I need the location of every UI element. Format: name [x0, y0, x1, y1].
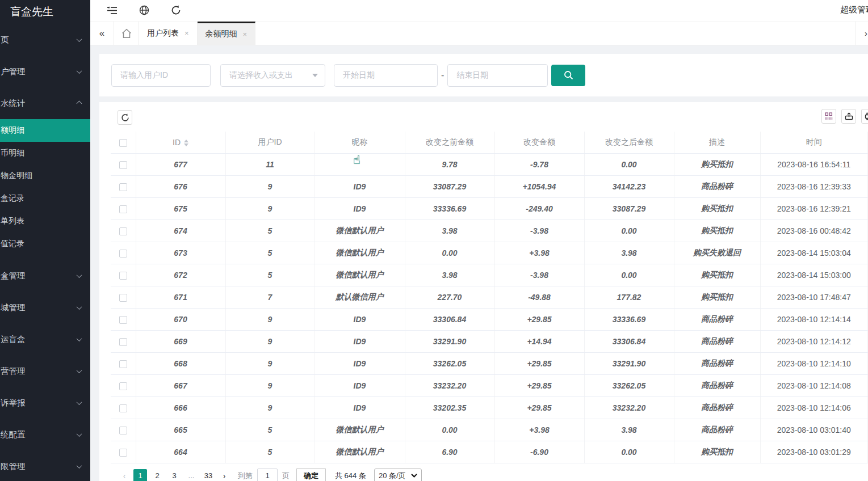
- export-button[interactable]: [841, 109, 856, 124]
- sidebar-item[interactable]: 盒管理: [0, 260, 90, 292]
- sidebar-item[interactable]: 水统计: [0, 87, 90, 119]
- sidebar-item[interactable]: 页: [0, 24, 90, 56]
- chevron-up-icon: [77, 100, 82, 106]
- date-range-separator: -: [441, 70, 444, 81]
- cell-nickname: ID9: [315, 330, 405, 352]
- refresh-page-icon[interactable]: [169, 3, 183, 18]
- sort-icon[interactable]: [184, 140, 188, 146]
- tabs-scroll-right-icon[interactable]: ›: [856, 22, 868, 45]
- current-user[interactable]: 超级管理员: [840, 5, 868, 15]
- cell-change: +3.98: [494, 242, 584, 264]
- table-refresh-button[interactable]: [118, 110, 132, 125]
- page-number[interactable]: 2: [150, 469, 164, 481]
- cell-change: -6.90: [494, 441, 584, 463]
- tabbar-spacer: [255, 22, 856, 45]
- cell-before: 227.70: [405, 286, 494, 308]
- language-globe-icon[interactable]: [137, 3, 152, 18]
- cell-id: 664: [136, 441, 225, 463]
- cell-nickname: ID9: [315, 175, 405, 197]
- sidebar-item-label: 运盲盒: [0, 334, 26, 345]
- column-header-desc: 描述: [674, 132, 760, 153]
- tab-close-icon[interactable]: ×: [184, 29, 189, 37]
- search-button[interactable]: [551, 65, 585, 86]
- cell-after: 33306.84: [584, 330, 674, 352]
- column-settings-button[interactable]: [821, 109, 836, 124]
- select-all-checkbox[interactable]: [119, 139, 127, 147]
- sidebar-item[interactable]: 户管理: [0, 56, 90, 87]
- chevron-down-icon: [77, 368, 82, 373]
- row-checkbox[interactable]: [119, 205, 127, 213]
- start-date-input[interactable]: 开始日期: [334, 64, 438, 87]
- sidebar-item[interactable]: 城管理: [0, 292, 90, 323]
- sidebar-item[interactable]: 诉举报: [0, 387, 90, 419]
- sidebar-item[interactable]: 营管理: [0, 355, 90, 387]
- row-checkbox[interactable]: [119, 227, 127, 235]
- cell-time: 2023-08-16 00:48:42: [760, 220, 868, 242]
- tab-close-icon[interactable]: ×: [243, 30, 248, 39]
- row-checkbox[interactable]: [119, 250, 127, 258]
- row-checkbox[interactable]: [119, 272, 127, 280]
- chevron-down-icon: [77, 431, 82, 437]
- cell-user_id: 11: [225, 153, 315, 175]
- row-checkbox-cell: [111, 153, 136, 175]
- next-page-icon[interactable]: ›: [219, 471, 230, 480]
- cell-nickname: ID9: [315, 197, 405, 220]
- sidebar-subitem[interactable]: 盒记录: [0, 187, 90, 210]
- collapse-sidebar-icon[interactable]: [104, 3, 119, 18]
- user-id-input[interactable]: 请输入用户ID: [111, 64, 211, 87]
- row-checkbox[interactable]: [119, 427, 127, 434]
- row-checkbox[interactable]: [119, 404, 127, 412]
- income-type-select[interactable]: 请选择收入或支出: [220, 64, 325, 87]
- column-header-time: 时间: [760, 132, 868, 153]
- print-button[interactable]: [861, 109, 868, 124]
- goto-confirm-button[interactable]: 确定: [296, 468, 326, 481]
- tab-active[interactable]: 余额明细×: [198, 22, 256, 45]
- prev-page-icon[interactable]: ‹: [119, 471, 130, 480]
- total-count-label: 共 644 条: [335, 471, 366, 481]
- end-date-input[interactable]: 结束日期: [447, 64, 548, 87]
- sidebar-item[interactable]: 限管理: [0, 450, 90, 481]
- cell-id: 673: [136, 242, 225, 264]
- table-panel: ID 用户ID 昵称 改变之前金额 改变金额 改变之后金额 描述 时间 6771…: [99, 102, 868, 481]
- row-checkbox[interactable]: [119, 360, 127, 368]
- page-number[interactable]: 1: [133, 469, 147, 481]
- sidebar-item-label: 户管理: [0, 66, 26, 77]
- row-checkbox[interactable]: [119, 382, 127, 390]
- page-number[interactable]: 3: [167, 469, 181, 481]
- sidebar-subitem[interactable]: 币明细: [0, 142, 90, 164]
- page-size-select[interactable]: 20 条/页: [374, 469, 422, 481]
- row-checkbox[interactable]: [119, 161, 127, 169]
- page-unit-label: 页: [282, 471, 290, 481]
- sidebar-subitem[interactable]: 物金明细: [0, 164, 90, 187]
- sidebar-submenu: 额明细币明细物金明细盒记录单列表值记录: [0, 119, 90, 260]
- tab-item[interactable]: 用户列表×: [139, 22, 198, 45]
- tabs-scroll-left-icon[interactable]: «: [90, 22, 114, 45]
- sidebar-item[interactable]: 统配置: [0, 419, 90, 450]
- sidebar-item-label: 限管理: [0, 461, 26, 472]
- row-checkbox[interactable]: [119, 183, 127, 191]
- cell-change: +14.94: [494, 330, 584, 352]
- table-row: 6717默认微信用户227.70-49.88177.82购买抵扣2023-08-…: [111, 286, 868, 308]
- column-header-nickname: 昵称: [315, 132, 405, 153]
- chevron-down-icon: [77, 399, 82, 405]
- sidebar-subitem-label: 币明细: [0, 148, 24, 158]
- sidebar-subitem[interactable]: 单列表: [0, 210, 90, 233]
- row-checkbox[interactable]: [119, 316, 127, 324]
- cell-before: 3.98: [405, 264, 494, 286]
- chevron-down-icon: [77, 463, 82, 469]
- cell-time: 2023-08-10 17:48:47: [760, 286, 868, 308]
- sidebar-item[interactable]: 运盲盒: [0, 323, 90, 355]
- cell-before: 3.98: [405, 220, 494, 242]
- cell-after: 34142.23: [584, 175, 674, 197]
- sidebar-subitem[interactable]: 值记录: [0, 233, 90, 255]
- row-checkbox[interactable]: [119, 338, 127, 346]
- column-header-id[interactable]: ID: [136, 132, 225, 153]
- cell-id: 667: [136, 374, 225, 396]
- home-tab-icon[interactable]: [114, 22, 139, 45]
- goto-page-input[interactable]: [257, 469, 278, 481]
- row-checkbox[interactable]: [119, 449, 127, 457]
- row-checkbox[interactable]: [119, 294, 127, 302]
- cell-nickname: 微信默认用户: [315, 419, 405, 441]
- page-number[interactable]: 33: [202, 469, 215, 481]
- sidebar-subitem[interactable]: 额明细: [0, 119, 90, 142]
